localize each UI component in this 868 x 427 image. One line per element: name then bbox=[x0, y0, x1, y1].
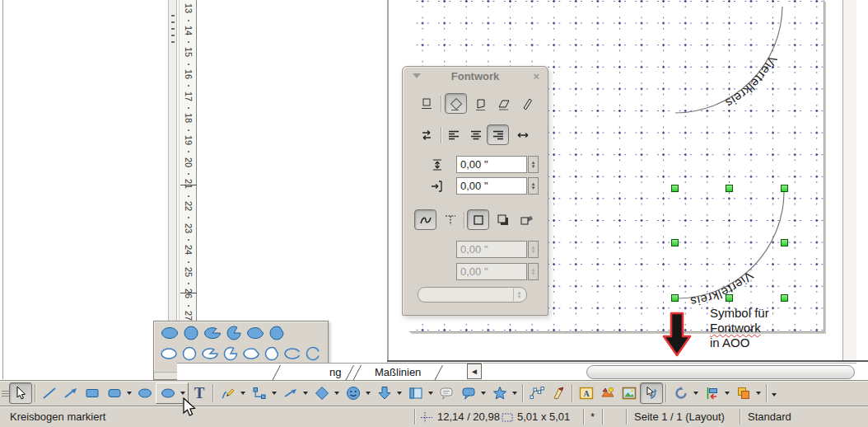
stars-dropdown-icon[interactable] bbox=[511, 382, 519, 404]
block-arrow-down-icon[interactable] bbox=[374, 382, 395, 404]
fontwork-slant-vertical-button[interactable] bbox=[516, 93, 538, 114]
ellipse-outline-icon[interactable] bbox=[159, 345, 179, 363]
flowchart-flyout-group[interactable] bbox=[404, 382, 436, 404]
fontwork-distance-spinner[interactable]: ▲▼ bbox=[528, 156, 539, 173]
glue-points-button[interactable] bbox=[548, 382, 569, 404]
lines-arrows-flyout-group[interactable] bbox=[279, 382, 310, 404]
circle-outline-icon[interactable] bbox=[180, 345, 199, 363]
select-tool-button[interactable] bbox=[9, 382, 32, 404]
selection-handle-top-mid[interactable] bbox=[726, 185, 733, 192]
circle-segment-outline-icon[interactable] bbox=[262, 345, 282, 363]
line-tool-button[interactable] bbox=[39, 382, 60, 404]
selection-handle-bottom-mid[interactable] bbox=[726, 294, 733, 302]
horizontal-scrollbar-thumb[interactable] bbox=[586, 365, 855, 379]
fontwork-distance-field[interactable]: 0,00 " bbox=[456, 156, 527, 173]
fontwork-text-contour-button[interactable] bbox=[439, 209, 461, 230]
selection-handle-top-left[interactable] bbox=[671, 185, 679, 192]
background-window-scrollbar[interactable] bbox=[168, 0, 177, 365]
selection-handle-bottom-right[interactable] bbox=[781, 294, 788, 302]
fontwork-slant-horizontal-button[interactable] bbox=[492, 93, 515, 114]
curve-tool-icon[interactable] bbox=[217, 382, 239, 404]
selection-handle-bottom-left[interactable] bbox=[671, 294, 679, 302]
rectangle-rounded-button[interactable] bbox=[104, 382, 125, 404]
ellipse-segment-outline-icon[interactable] bbox=[241, 345, 261, 363]
tab-scroll-left-button[interactable]: ◄ bbox=[467, 364, 482, 379]
smiley-shape-icon[interactable] bbox=[343, 382, 364, 404]
arrange-flyout-group[interactable] bbox=[732, 382, 763, 404]
callouts-dropdown-icon[interactable] bbox=[479, 382, 488, 404]
layer-tab-partial-label[interactable]: ng bbox=[329, 366, 341, 378]
ellipse-filled-icon[interactable] bbox=[159, 324, 180, 342]
block-arrows-flyout-group[interactable] bbox=[373, 382, 404, 404]
arrange-icon[interactable] bbox=[733, 382, 754, 404]
fontwork-rotate-button[interactable] bbox=[445, 93, 467, 114]
rectangle-dropdown-icon[interactable] bbox=[125, 382, 133, 404]
circle-arc-icon[interactable] bbox=[303, 345, 323, 363]
fontwork-off-button[interactable] bbox=[415, 93, 437, 114]
ellipse-pie-filled-icon[interactable] bbox=[202, 324, 222, 342]
ellipse-tool-button[interactable] bbox=[134, 382, 156, 404]
symbol-shapes-flyout-group[interactable] bbox=[342, 382, 373, 404]
alignment-flyout-group[interactable] bbox=[701, 382, 732, 404]
toolbar-overflow-icon[interactable] bbox=[770, 384, 778, 406]
curve-dropdown-icon[interactable] bbox=[239, 382, 247, 404]
rotate-flyout-group[interactable] bbox=[670, 382, 701, 404]
block-arrows-dropdown-icon[interactable] bbox=[395, 382, 404, 404]
fontwork-align-left-button[interactable] bbox=[442, 124, 464, 145]
alignment-icon[interactable] bbox=[702, 382, 723, 404]
circle-pie-outline-icon[interactable] bbox=[221, 345, 240, 363]
connector-flyout-group[interactable] bbox=[248, 382, 279, 404]
basic-shapes-icon[interactable] bbox=[311, 382, 333, 404]
rectangle-flyout-group[interactable] bbox=[103, 382, 134, 404]
connector-dropdown-icon[interactable] bbox=[270, 382, 278, 404]
stars-flyout-group[interactable] bbox=[488, 382, 520, 404]
ellipse-flyout-button[interactable] bbox=[157, 382, 179, 404]
fontwork-shadow-vertical-button[interactable] bbox=[492, 209, 514, 230]
rotate-dropdown-icon[interactable] bbox=[692, 382, 700, 404]
basic-shapes-dropdown-icon[interactable] bbox=[333, 382, 341, 404]
callout-gray-icon[interactable] bbox=[436, 382, 457, 404]
rotate-effects-icon[interactable] bbox=[670, 382, 692, 404]
fontwork-align-right-button[interactable] bbox=[487, 124, 509, 145]
selection-handle-top-right[interactable] bbox=[781, 185, 788, 192]
fontwork-shadow-slant-button[interactable] bbox=[515, 209, 537, 230]
flowchart-icon[interactable] bbox=[405, 382, 427, 404]
callouts-flyout-group[interactable] bbox=[457, 382, 488, 404]
star-shape-icon[interactable] bbox=[489, 382, 511, 404]
ellipse-arc-icon[interactable] bbox=[282, 345, 302, 363]
circle-segment-filled-icon[interactable] bbox=[266, 324, 287, 342]
ellipse-segment-filled-icon[interactable] bbox=[245, 324, 265, 342]
fontwork-no-shadow-button[interactable] bbox=[467, 209, 489, 230]
edit-points-button[interactable] bbox=[526, 382, 548, 404]
lines-arrows-dropdown-icon[interactable] bbox=[301, 382, 310, 404]
arrange-dropdown-icon[interactable] bbox=[754, 382, 763, 404]
fontwork-indent-field[interactable]: 0,00 " bbox=[456, 177, 527, 195]
selection-handle-mid-right[interactable] bbox=[781, 239, 788, 246]
status-style-text[interactable]: Standard bbox=[748, 411, 791, 423]
circle-pie-filled-icon[interactable] bbox=[223, 324, 244, 342]
fontwork-autosize-button[interactable] bbox=[511, 124, 534, 145]
circle-filled-icon[interactable] bbox=[180, 324, 201, 342]
fontwork-text-direction-button[interactable] bbox=[415, 124, 437, 145]
insert-picture-button[interactable] bbox=[597, 382, 618, 404]
fontwork-indent-spinner[interactable]: ▲▼ bbox=[528, 177, 539, 195]
status-page-text[interactable]: Seite 1 / 1 (Layout) bbox=[634, 411, 725, 423]
flowchart-dropdown-icon[interactable] bbox=[427, 382, 435, 404]
effects-rotate-mode-button[interactable] bbox=[640, 382, 663, 404]
connector-tool-icon[interactable] bbox=[249, 382, 270, 404]
horizontal-scrollbar[interactable] bbox=[483, 363, 856, 381]
selection-handle-mid-left[interactable] bbox=[671, 239, 679, 246]
line-arrow-end-button[interactable] bbox=[60, 382, 82, 404]
curve-flyout-group[interactable] bbox=[217, 382, 248, 404]
fontwork-upright-button[interactable] bbox=[469, 93, 492, 114]
layer-tab-partial[interactable] bbox=[272, 365, 354, 381]
basic-shapes-flyout-group[interactable] bbox=[310, 382, 342, 404]
ellipse-pie-outline-icon[interactable] bbox=[200, 345, 220, 363]
dialog-close-icon[interactable]: × bbox=[533, 70, 539, 82]
arrow-line-tool-icon[interactable] bbox=[280, 382, 301, 404]
rectangle-tool-button[interactable] bbox=[82, 382, 103, 404]
fontwork-align-center-button[interactable] bbox=[464, 124, 487, 145]
layer-tab-masslinien-label[interactable]: Maßlinien bbox=[375, 366, 421, 378]
toolbar-grip-icon[interactable] bbox=[2, 386, 9, 401]
callout-blue-icon[interactable] bbox=[458, 382, 479, 404]
